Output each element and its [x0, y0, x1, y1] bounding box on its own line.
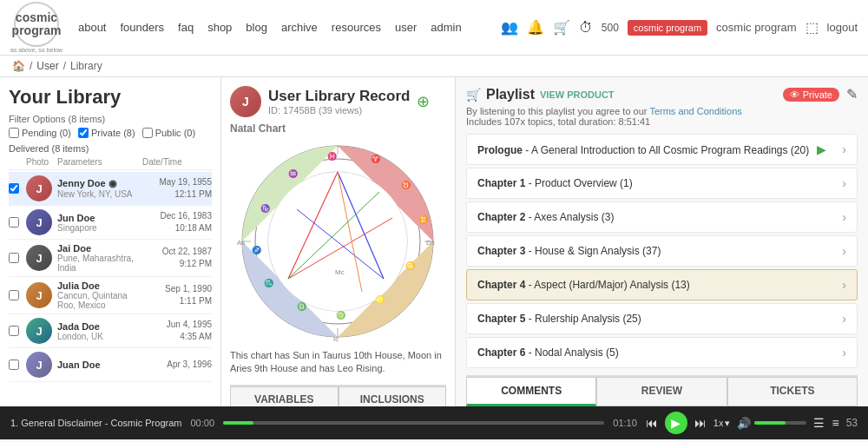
nav-resources[interactable]: resources: [332, 21, 381, 34]
user-select-jun[interactable]: [9, 217, 19, 228]
play-pause-button[interactable]: ▶: [665, 412, 687, 434]
chapter-prologue-text: Prologue - A General Introduction to All…: [477, 142, 826, 156]
current-time: 00:00: [190, 418, 214, 428]
chapter-row-2[interactable]: Chapter 2 - Axes Analysis (3) ›: [466, 201, 858, 233]
logo-text: cosmicprogram: [12, 11, 62, 38]
chapter-row-6[interactable]: Chapter 6 - Nodal Analysis (5) ›: [466, 337, 858, 368]
chevron-6: ›: [842, 346, 846, 360]
tab-review[interactable]: REVIEW: [596, 377, 727, 406]
user-select-juan[interactable]: [9, 360, 19, 370]
skip-back-button[interactable]: ⏮: [646, 416, 658, 430]
nav-about[interactable]: about: [78, 21, 107, 34]
logout-button[interactable]: logout: [827, 21, 858, 34]
skip-forward-button[interactable]: ⏭: [694, 416, 707, 430]
nav-admin[interactable]: admin: [431, 21, 461, 34]
svg-text:♏: ♏: [264, 278, 274, 288]
table-header: Photo Parameters Date/Time: [9, 157, 212, 170]
filter-pending[interactable]: Pending (0): [9, 128, 71, 138]
user-row[interactable]: J Julia Doe Cancun, Quintana Roo, Mexico…: [9, 277, 212, 314]
chart-avatar: J: [230, 86, 261, 117]
chapter-4-text: Chapter 4 - Aspect (Hard/Major) Analysis…: [477, 279, 690, 291]
chapter-row-3[interactable]: Chapter 3 - House & Sign Analysis (37) ›: [466, 235, 858, 267]
list-alt-icon[interactable]: ≡: [832, 416, 838, 430]
col-date: Date/Time: [142, 157, 212, 167]
user-date-jada: Jun 4, 19954:35 AM: [142, 319, 212, 343]
chapter-row-4[interactable]: Chapter 4 - Aspect (Hard/Major) Analysis…: [466, 269, 858, 300]
chapter-row-1[interactable]: Chapter 1 - Product Overview (1) ›: [466, 168, 858, 199]
progress-bar[interactable]: [223, 421, 604, 425]
user-select-julia[interactable]: [9, 290, 19, 300]
filter-public-checkbox[interactable]: [142, 128, 153, 138]
user-row[interactable]: J Jai Doe Pune, Maharashtra, India Oct 2…: [9, 240, 212, 277]
user-select-jai[interactable]: [9, 253, 19, 263]
playlist-panel: 🛒 Playlist VIEW PRODUCT 👁 Private ✎ By l…: [456, 77, 868, 406]
nav-blog[interactable]: blog: [246, 21, 267, 34]
user-select-jada[interactable]: [9, 326, 19, 336]
chevron-1: ›: [842, 176, 846, 190]
user-row[interactable]: J Juan Doe Apr 3, 1996: [9, 348, 212, 382]
user-date-juan: Apr 3, 1996: [142, 359, 212, 371]
playlist-meta-line1: By listening to this playlist you agree …: [466, 106, 648, 116]
track-count: 53: [846, 417, 858, 429]
col-photo: Photo: [26, 157, 57, 167]
svg-text:♐: ♐: [252, 245, 262, 255]
chevron-5: ›: [842, 312, 846, 326]
filter-pending-checkbox[interactable]: [9, 128, 19, 138]
tab-inclusions[interactable]: INCLUSIONS: [339, 386, 447, 406]
nav-archive[interactable]: archive: [281, 21, 318, 34]
user-row[interactable]: J Jenny Doe ◉ New York, NY, USA May 19, …: [9, 172, 212, 206]
user-loc-jada: London, UK: [57, 332, 142, 341]
chapter-row-prologue[interactable]: Prologue - A General Introduction to All…: [466, 134, 858, 165]
avatar-jai: J: [26, 245, 52, 271]
filter-public[interactable]: Public (0): [142, 128, 195, 138]
nav-faq[interactable]: faq: [178, 21, 194, 34]
list-icon[interactable]: ☰: [813, 416, 825, 430]
volume-bar[interactable]: [754, 421, 806, 425]
tab-variables[interactable]: VARIABLES: [230, 386, 339, 406]
chart-title: User Library Record: [268, 88, 410, 105]
avatar-jun: J: [26, 209, 52, 235]
edit-icon[interactable]: ✎: [846, 86, 858, 102]
terms-link[interactable]: Terms and Conditions: [649, 106, 741, 116]
filter-row: Pending (0) Private (8) Public (0): [9, 128, 212, 138]
logo[interactable]: cosmicprogram as above, so below: [10, 2, 62, 53]
chapter-2-text: Chapter 2 - Axes Analysis (3): [477, 211, 614, 223]
filter-private-label: Private (8): [91, 128, 135, 138]
nav-shop[interactable]: shop: [207, 21, 232, 34]
filter-private-checkbox[interactable]: [78, 128, 89, 138]
user-date-julia: Sep 1, 19901:11 PM: [142, 283, 212, 307]
playlist-tabs: COMMENTS REVIEW TICKETS: [466, 375, 858, 406]
eye-icon: 👁: [790, 89, 799, 100]
header: cosmicprogram as above, so below about f…: [0, 0, 868, 56]
filter-private[interactable]: Private (8): [78, 128, 135, 138]
bell-icon[interactable]: 🔔: [527, 19, 544, 36]
cosmic-program-button[interactable]: cosmic program: [628, 20, 707, 36]
logout-icon[interactable]: ⬚: [806, 19, 819, 36]
user-name-julia: Julia Doe: [57, 280, 142, 291]
speed-button[interactable]: 1x ▾: [713, 418, 731, 429]
user-row[interactable]: J Jada Doe London, UK Jun 4, 19954:35 AM: [9, 314, 212, 348]
chapter-row-5[interactable]: Chapter 5 - Rulership Analysis (25) ›: [466, 303, 858, 334]
play-icon-prologue[interactable]: ▶: [817, 142, 826, 156]
user-select-jenny[interactable]: [9, 183, 19, 194]
breadcrumb-user[interactable]: User: [36, 60, 58, 72]
view-product-link[interactable]: VIEW PRODUCT: [540, 89, 615, 100]
users-icon[interactable]: 👥: [501, 19, 518, 36]
chart-description: This chart has Sun in Taurus 10th House,…: [230, 349, 446, 376]
cart-count: 500: [602, 22, 619, 34]
tab-comments[interactable]: COMMENTS: [466, 377, 596, 406]
volume-icon[interactable]: 🔊: [737, 417, 751, 430]
user-row[interactable]: J Jun Doe Singapore Dec 16, 198310:18 AM: [9, 206, 212, 240]
tab-tickets[interactable]: TICKETS: [727, 377, 858, 406]
nav-founders[interactable]: founders: [120, 21, 164, 34]
user-loc-jenny: New York, NY, USA: [57, 189, 142, 199]
home-icon[interactable]: 🏠: [12, 60, 25, 72]
svg-text:♑: ♑: [260, 203, 271, 214]
svg-text:♍: ♍: [336, 310, 346, 320]
user-loc-jun: Singapore: [57, 223, 142, 233]
cart-icon[interactable]: 🛒: [553, 19, 570, 36]
nav-user[interactable]: user: [395, 21, 417, 34]
add-chart-icon[interactable]: ⊕: [417, 92, 430, 111]
chevron-2: ›: [842, 210, 846, 224]
clock-icon: ⏱: [579, 20, 593, 36]
